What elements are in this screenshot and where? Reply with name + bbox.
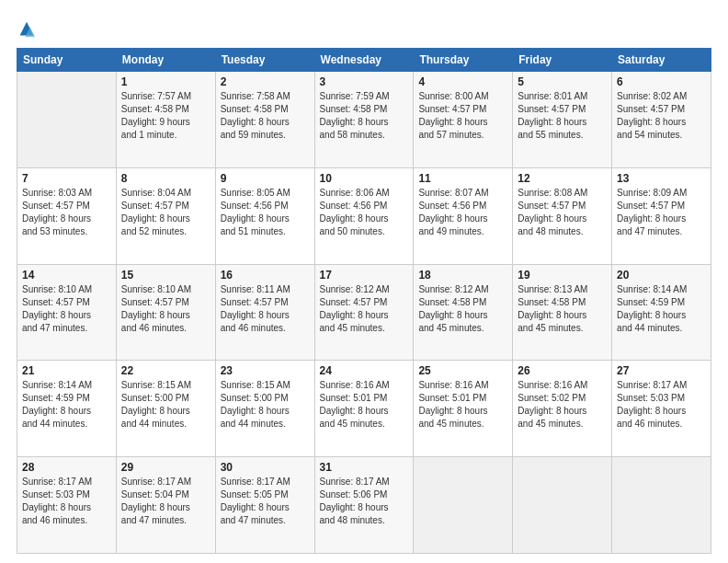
- day-number: 14: [22, 269, 111, 282]
- calendar-header-row: SundayMondayTuesdayWednesdayThursdayFrid…: [17, 49, 711, 72]
- day-info: Sunrise: 8:17 AM Sunset: 5:05 PM Dayligh…: [221, 476, 310, 527]
- day-number: 12: [518, 172, 607, 185]
- day-number: 7: [22, 172, 111, 185]
- calendar-cell: 12Sunrise: 8:08 AM Sunset: 4:57 PM Dayli…: [513, 167, 612, 264]
- day-number: 28: [22, 461, 111, 474]
- calendar-cell: 17Sunrise: 8:12 AM Sunset: 4:57 PM Dayli…: [314, 264, 414, 361]
- calendar-cell: 26Sunrise: 8:16 AM Sunset: 5:02 PM Dayli…: [513, 361, 612, 457]
- calendar-cell: 13Sunrise: 8:09 AM Sunset: 4:57 PM Dayli…: [612, 167, 711, 264]
- calendar-cell: 18Sunrise: 8:12 AM Sunset: 4:58 PM Dayli…: [414, 264, 513, 361]
- day-number: 2: [221, 75, 310, 88]
- day-number: 17: [320, 269, 409, 282]
- day-number: 27: [617, 364, 706, 377]
- header-day-friday: Friday: [513, 49, 612, 72]
- day-number: 21: [22, 364, 111, 377]
- day-number: 23: [221, 364, 310, 377]
- day-info: Sunrise: 8:00 AM Sunset: 4:57 PM Dayligh…: [418, 90, 507, 142]
- day-info: Sunrise: 8:03 AM Sunset: 4:57 PM Dayligh…: [22, 187, 111, 238]
- calendar-cell: 4Sunrise: 8:00 AM Sunset: 4:57 PM Daylig…: [414, 72, 513, 168]
- page: SundayMondayTuesdayWednesdayThursdayFrid…: [0, 0, 728, 563]
- day-number: 19: [518, 269, 607, 282]
- day-number: 9: [221, 172, 310, 185]
- day-info: Sunrise: 8:04 AM Sunset: 4:57 PM Dayligh…: [121, 187, 210, 238]
- calendar-cell: 11Sunrise: 8:07 AM Sunset: 4:56 PM Dayli…: [414, 167, 513, 264]
- day-info: Sunrise: 8:02 AM Sunset: 4:57 PM Dayligh…: [617, 90, 706, 142]
- day-info: Sunrise: 7:59 AM Sunset: 4:58 PM Dayligh…: [320, 90, 409, 142]
- calendar-cell: 8Sunrise: 8:04 AM Sunset: 4:57 PM Daylig…: [116, 167, 215, 264]
- day-info: Sunrise: 8:13 AM Sunset: 4:58 PM Dayligh…: [518, 283, 607, 335]
- day-info: Sunrise: 8:10 AM Sunset: 4:57 PM Dayligh…: [22, 283, 111, 335]
- day-info: Sunrise: 8:17 AM Sunset: 5:03 PM Dayligh…: [22, 476, 111, 527]
- day-info: Sunrise: 8:09 AM Sunset: 4:57 PM Dayligh…: [617, 187, 706, 238]
- day-number: 26: [518, 364, 607, 377]
- logo: [17, 20, 40, 40]
- day-number: 24: [320, 364, 409, 377]
- day-number: 31: [320, 461, 409, 474]
- day-number: 3: [320, 75, 409, 88]
- day-number: 1: [121, 75, 210, 88]
- header-day-saturday: Saturday: [612, 49, 711, 72]
- calendar-week-5: 28Sunrise: 8:17 AM Sunset: 5:03 PM Dayli…: [17, 457, 711, 554]
- calendar-cell: 6Sunrise: 8:02 AM Sunset: 4:57 PM Daylig…: [612, 72, 711, 168]
- day-info: Sunrise: 8:16 AM Sunset: 5:01 PM Dayligh…: [320, 379, 409, 431]
- calendar-week-1: 1Sunrise: 7:57 AM Sunset: 4:58 PM Daylig…: [17, 72, 711, 168]
- calendar-cell: 9Sunrise: 8:05 AM Sunset: 4:56 PM Daylig…: [215, 167, 314, 264]
- calendar-cell: 1Sunrise: 7:57 AM Sunset: 4:58 PM Daylig…: [116, 72, 215, 168]
- day-number: 11: [418, 172, 507, 185]
- calendar-cell: [17, 72, 117, 168]
- calendar-cell: 16Sunrise: 8:11 AM Sunset: 4:57 PM Dayli…: [215, 264, 314, 361]
- calendar-cell: 2Sunrise: 7:58 AM Sunset: 4:58 PM Daylig…: [215, 72, 314, 168]
- day-number: 8: [121, 172, 210, 185]
- day-number: 25: [418, 364, 507, 377]
- calendar-cell: 15Sunrise: 8:10 AM Sunset: 4:57 PM Dayli…: [116, 264, 215, 361]
- day-info: Sunrise: 8:11 AM Sunset: 4:57 PM Dayligh…: [221, 283, 310, 335]
- day-number: 10: [320, 172, 409, 185]
- day-info: Sunrise: 8:01 AM Sunset: 4:57 PM Dayligh…: [518, 90, 607, 142]
- calendar-cell: 14Sunrise: 8:10 AM Sunset: 4:57 PM Dayli…: [17, 264, 117, 361]
- calendar-cell: [612, 457, 711, 554]
- calendar-cell: 30Sunrise: 8:17 AM Sunset: 5:05 PM Dayli…: [215, 457, 314, 554]
- calendar-week-2: 7Sunrise: 8:03 AM Sunset: 4:57 PM Daylig…: [17, 167, 711, 264]
- day-number: 30: [221, 461, 310, 474]
- day-info: Sunrise: 8:17 AM Sunset: 5:03 PM Dayligh…: [617, 379, 706, 431]
- header-day-tuesday: Tuesday: [215, 49, 314, 72]
- day-info: Sunrise: 8:14 AM Sunset: 4:59 PM Dayligh…: [617, 283, 706, 335]
- calendar-cell: 24Sunrise: 8:16 AM Sunset: 5:01 PM Dayli…: [314, 361, 414, 457]
- day-info: Sunrise: 8:15 AM Sunset: 5:00 PM Dayligh…: [121, 379, 210, 431]
- calendar-cell: 19Sunrise: 8:13 AM Sunset: 4:58 PM Dayli…: [513, 264, 612, 361]
- day-info: Sunrise: 8:15 AM Sunset: 5:00 PM Dayligh…: [221, 379, 310, 431]
- day-number: 20: [617, 269, 706, 282]
- day-number: 16: [221, 269, 310, 282]
- day-number: 29: [121, 461, 210, 474]
- calendar-cell: 20Sunrise: 8:14 AM Sunset: 4:59 PM Dayli…: [612, 264, 711, 361]
- calendar-cell: 25Sunrise: 8:16 AM Sunset: 5:01 PM Dayli…: [414, 361, 513, 457]
- calendar-week-4: 21Sunrise: 8:14 AM Sunset: 4:59 PM Dayli…: [17, 361, 711, 457]
- calendar-table: SundayMondayTuesdayWednesdayThursdayFrid…: [17, 48, 711, 554]
- calendar-cell: 10Sunrise: 8:06 AM Sunset: 4:56 PM Dayli…: [314, 167, 414, 264]
- day-info: Sunrise: 8:16 AM Sunset: 5:02 PM Dayligh…: [518, 379, 607, 431]
- day-number: 22: [121, 364, 210, 377]
- day-number: 6: [617, 75, 706, 88]
- header-day-wednesday: Wednesday: [314, 49, 414, 72]
- day-info: Sunrise: 8:14 AM Sunset: 4:59 PM Dayligh…: [22, 379, 111, 431]
- day-info: Sunrise: 8:17 AM Sunset: 5:06 PM Dayligh…: [320, 476, 409, 527]
- calendar-cell: 29Sunrise: 8:17 AM Sunset: 5:04 PM Dayli…: [116, 457, 215, 554]
- day-info: Sunrise: 7:58 AM Sunset: 4:58 PM Dayligh…: [221, 90, 310, 142]
- day-info: Sunrise: 7:57 AM Sunset: 4:58 PM Dayligh…: [121, 90, 210, 142]
- day-info: Sunrise: 8:06 AM Sunset: 4:56 PM Dayligh…: [320, 187, 409, 238]
- calendar-cell: 5Sunrise: 8:01 AM Sunset: 4:57 PM Daylig…: [513, 72, 612, 168]
- calendar-cell: 27Sunrise: 8:17 AM Sunset: 5:03 PM Dayli…: [612, 361, 711, 457]
- day-info: Sunrise: 8:08 AM Sunset: 4:57 PM Dayligh…: [518, 187, 607, 238]
- day-info: Sunrise: 8:17 AM Sunset: 5:04 PM Dayligh…: [121, 476, 210, 527]
- calendar-cell: 31Sunrise: 8:17 AM Sunset: 5:06 PM Dayli…: [314, 457, 414, 554]
- calendar-cell: 28Sunrise: 8:17 AM Sunset: 5:03 PM Dayli…: [17, 457, 117, 554]
- day-info: Sunrise: 8:10 AM Sunset: 4:57 PM Dayligh…: [121, 283, 210, 335]
- day-number: 13: [617, 172, 706, 185]
- calendar-cell: 3Sunrise: 7:59 AM Sunset: 4:58 PM Daylig…: [314, 72, 414, 168]
- day-number: 15: [121, 269, 210, 282]
- header-day-thursday: Thursday: [414, 49, 513, 72]
- calendar-cell: 22Sunrise: 8:15 AM Sunset: 5:00 PM Dayli…: [116, 361, 215, 457]
- calendar-cell: [513, 457, 612, 554]
- calendar-week-3: 14Sunrise: 8:10 AM Sunset: 4:57 PM Dayli…: [17, 264, 711, 361]
- day-number: 5: [518, 75, 607, 88]
